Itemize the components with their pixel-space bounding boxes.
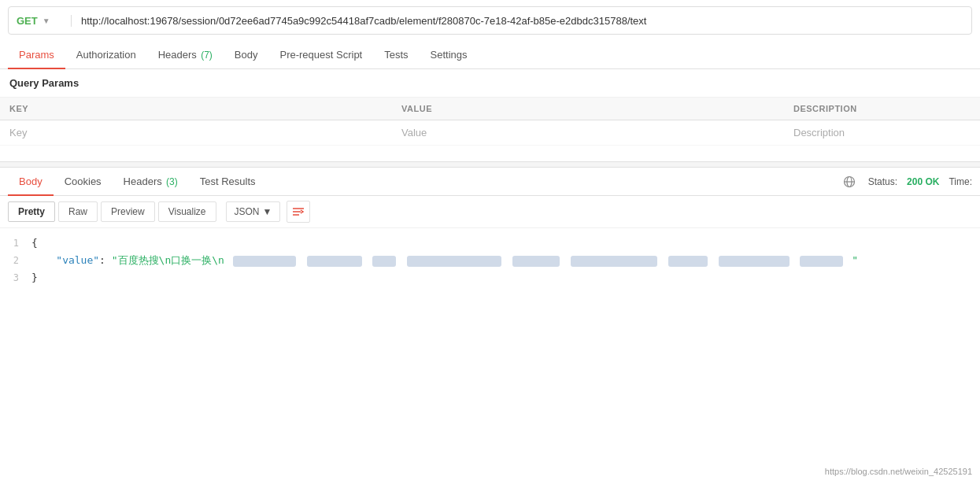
response-tabs-bar: Body Cookies Headers (3) Test Results St… (0, 168, 980, 196)
query-params-title: Query Params (0, 69, 980, 98)
view-pretty-button[interactable]: Pretty (8, 201, 55, 222)
view-raw-button[interactable]: Raw (58, 201, 98, 222)
placeholder-3 (372, 256, 396, 267)
line-num-1: 1 (0, 235, 31, 252)
globe-icon (843, 175, 856, 188)
line-num-3: 3 (0, 269, 31, 286)
placeholder-9 (800, 256, 843, 267)
tab-params[interactable]: Params (8, 41, 65, 68)
json-value: "百度热搜\n口换一换\n (112, 254, 224, 266)
view-preview-button[interactable]: Preview (101, 201, 155, 222)
tab-body[interactable]: Body (224, 41, 269, 68)
tab-settings[interactable]: Settings (420, 41, 479, 68)
placeholder-6 (571, 256, 657, 267)
col-header-value: VALUE (392, 98, 784, 120)
tab-authorization[interactable]: Authorization (65, 41, 147, 68)
code-line-1: 1 { (0, 235, 980, 252)
status-value: 200 OK (907, 176, 939, 187)
tab-response-headers[interactable]: Headers (3) (113, 168, 189, 195)
json-key: "value" (56, 254, 99, 266)
brace-close: } (31, 272, 38, 283)
placeholder-1 (233, 256, 296, 267)
request-tabs-bar: Params Authorization Headers (7) Body Pr… (0, 41, 980, 69)
placeholder-2 (307, 256, 362, 267)
code-line-2: 2 "value": "百度热搜\n口换一换\n " (0, 252, 980, 269)
tab-tests[interactable]: Tests (373, 41, 419, 68)
placeholder-7 (668, 256, 708, 267)
view-visualize-button[interactable]: Visualize (158, 201, 216, 222)
key-cell[interactable]: Key (0, 120, 392, 146)
params-table: KEY VALUE DESCRIPTION Key Value Descript… (0, 98, 980, 146)
tab-response-testresults[interactable]: Test Results (189, 168, 267, 195)
table-row: Key Value Description (0, 120, 980, 146)
url-input[interactable] (72, 15, 971, 27)
tab-response-cookies[interactable]: Cookies (54, 168, 113, 195)
status-label: Status: (868, 176, 897, 187)
placeholder-5 (512, 256, 560, 267)
response-status-area: Status: 200 OK Time: (843, 175, 972, 188)
tab-prerequest[interactable]: Pre-request Script (268, 41, 373, 68)
method-chevron-icon: ▼ (43, 17, 50, 25)
desc-cell[interactable]: Description (784, 120, 980, 146)
placeholder-4 (407, 256, 501, 267)
method-label: GET (17, 15, 38, 27)
format-selector[interactable]: JSON ▼ (226, 201, 281, 222)
tab-headers[interactable]: Headers (7) (147, 41, 224, 68)
value-cell[interactable]: Value (392, 120, 784, 146)
url-bar: GET ▼ (8, 6, 972, 35)
method-selector[interactable]: GET ▼ (9, 15, 72, 27)
response-toolbar: Pretty Raw Preview Visualize JSON ▼ (0, 196, 980, 228)
wrap-button[interactable] (287, 201, 310, 223)
format-label: JSON (235, 206, 260, 217)
brace-open: { (31, 237, 38, 249)
code-area: 1 { 2 "value": "百度热搜\n口换一换\n " 3 } (0, 228, 980, 293)
code-line-3: 3 } (0, 269, 980, 286)
time-label: Time: (949, 176, 972, 187)
placeholder-8 (719, 256, 790, 267)
panel-divider (0, 161, 980, 168)
format-chevron-icon: ▼ (263, 206, 272, 217)
col-header-key: KEY (0, 98, 392, 120)
tab-response-body[interactable]: Body (8, 168, 54, 195)
col-header-desc: DESCRIPTION (784, 98, 980, 120)
line-num-2: 2 (0, 252, 31, 269)
